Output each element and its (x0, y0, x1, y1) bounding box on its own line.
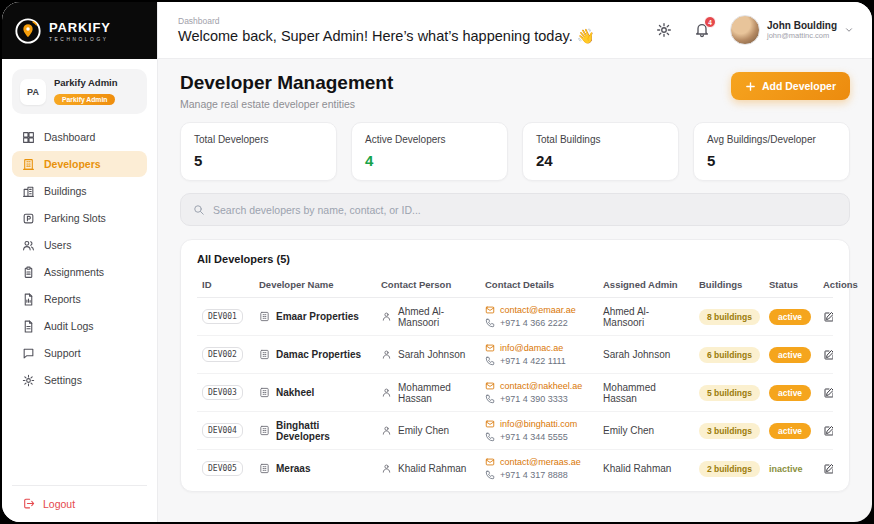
settings-button[interactable] (650, 16, 678, 44)
buildings-count-badge: 2 buildings (699, 461, 760, 477)
contact-person: Mohammed Hassan (398, 382, 475, 404)
mail-icon (485, 457, 495, 467)
contact-email[interactable]: contact@emaar.ae (485, 305, 593, 315)
table-row: DEV005 Meraas Khalid Rahman contact@mera… (197, 450, 833, 488)
mail-icon (485, 305, 495, 315)
stat-value: 5 (194, 152, 323, 169)
gear-icon (656, 22, 672, 38)
user-email: john@mattinc.com (767, 31, 837, 40)
status-badge: active (769, 385, 811, 401)
column-header-contact-person: Contact Person (376, 272, 480, 298)
sidebar-item-users[interactable]: Users (12, 232, 147, 258)
phone-icon (485, 356, 495, 366)
contact-email[interactable]: contact@meraas.ae (485, 457, 593, 467)
phone-icon (485, 432, 495, 442)
sidebar-item-settings[interactable]: Settings (12, 367, 147, 393)
user-menu[interactable]: John Boulding john@mattinc.com (726, 15, 854, 45)
stat-label: Avg Buildings/Developer (707, 134, 836, 145)
admin-profile-card[interactable]: PA Parkify Admin Parkify Admin (12, 69, 147, 114)
clipboard-icon (22, 266, 35, 279)
assigned-admin: Ahmed Al-Mansoori (603, 306, 649, 328)
page-content: Developer Management Manage real estate … (158, 59, 872, 522)
sidebar-item-parking-slots[interactable]: Parking Slots (12, 205, 147, 231)
status-badge: active (769, 423, 811, 439)
top-header: Dashboard Welcome back, Super Admin! Her… (158, 2, 872, 59)
assigned-admin: Emily Chen (603, 425, 654, 436)
page-title: Developer Management (180, 72, 393, 94)
brand-tagline: TECHNOLOGY (49, 37, 111, 42)
edit-pencil-icon (823, 387, 833, 399)
brand-name: PARKIFY (49, 20, 111, 35)
sidebar-item-label: Settings (44, 374, 82, 386)
building-icon (259, 425, 270, 436)
breadcrumb: Dashboard (178, 16, 640, 26)
audit-list-icon (22, 320, 35, 333)
main-column: Dashboard Welcome back, Super Admin! Her… (158, 2, 872, 522)
sidebar-item-dashboard[interactable]: Dashboard (12, 124, 147, 150)
stats-row: Total Developers 5 Active Developers 4 T… (180, 122, 850, 181)
contact-phone: +971 4 366 2222 (485, 318, 593, 328)
stat-value: 4 (365, 152, 494, 169)
sidebar-item-reports[interactable]: Reports (12, 286, 147, 312)
sidebar-item-support[interactable]: Support (12, 340, 147, 366)
column-header-id: ID (197, 272, 254, 298)
developers-table: ID Developer Name Contact Person Contact… (197, 272, 833, 487)
table-row: DEV003 Nakheel Mohammed Hassan contact@n… (197, 374, 833, 412)
assigned-admin: Sarah Johnson (603, 349, 670, 360)
developer-name: Emaar Properties (276, 311, 359, 322)
developer-id-badge: DEV005 (202, 461, 243, 476)
add-developer-button[interactable]: Add Developer (731, 72, 850, 100)
edit-button[interactable] (823, 425, 833, 437)
stat-value: 5 (707, 152, 836, 169)
sidebar-item-audit-logs[interactable]: Audit Logs (12, 313, 147, 339)
stat-label: Active Developers (365, 134, 494, 145)
developer-id-badge: DEV004 (202, 423, 243, 438)
contact-phone: +971 4 422 1111 (485, 356, 593, 366)
contact-phone: +971 4 317 8888 (485, 470, 593, 480)
edit-button[interactable] (823, 349, 833, 361)
dashboard-grid-icon (22, 131, 35, 144)
developer-name: Nakheel (276, 387, 314, 398)
building-icon (259, 349, 270, 360)
stat-value: 24 (536, 152, 665, 169)
sidebar-item-label: Support (44, 347, 81, 359)
contact-email[interactable]: contact@nakheel.ae (485, 381, 593, 391)
contact-email[interactable]: info@damac.ae (485, 343, 593, 353)
sidebar-item-assignments[interactable]: Assignments (12, 259, 147, 285)
edit-button[interactable] (823, 463, 833, 475)
edit-button[interactable] (823, 387, 833, 399)
stat-card-active-developers: Active Developers 4 (351, 122, 508, 181)
stat-card-avg-buildings: Avg Buildings/Developer 5 (693, 122, 850, 181)
sidebar-item-label: Buildings (44, 185, 87, 197)
logout-button[interactable]: Logout (12, 485, 147, 514)
edit-pencil-icon (823, 311, 833, 323)
gear-icon (22, 374, 35, 387)
column-header-assigned-admin: Assigned Admin (598, 272, 694, 298)
notification-count-badge: 4 (704, 16, 716, 28)
table-row: DEV002 Damac Properties Sarah Johnson in… (197, 336, 833, 374)
sidebar-item-label: Reports (44, 293, 81, 305)
building-icon (259, 463, 270, 474)
buildings-count-badge: 5 buildings (699, 385, 760, 401)
phone-icon (485, 394, 495, 404)
person-icon (381, 463, 392, 474)
welcome-message: Welcome back, Super Admin! Here’s what’s… (178, 28, 640, 45)
mail-icon (485, 343, 495, 353)
building-icon (259, 311, 270, 322)
developers-building-icon (22, 158, 35, 171)
developers-table-card: All Developers (5) ID Developer Name Con… (180, 239, 850, 492)
buildings-count-badge: 3 buildings (699, 423, 760, 439)
search-input[interactable] (213, 204, 837, 216)
edit-button[interactable] (823, 311, 833, 323)
sidebar-item-developers[interactable]: Developers (12, 151, 147, 177)
logout-icon (22, 497, 35, 510)
sidebar-item-buildings[interactable]: Buildings (12, 178, 147, 204)
edit-pencil-icon (823, 463, 833, 475)
search-icon (193, 204, 205, 216)
developer-name: Damac Properties (276, 349, 361, 360)
phone-icon (485, 318, 495, 328)
contact-email[interactable]: info@binghatti.com (485, 419, 593, 429)
developer-name: Meraas (276, 463, 310, 474)
notifications-button[interactable]: 4 (688, 16, 716, 44)
edit-pencil-icon (823, 349, 833, 361)
